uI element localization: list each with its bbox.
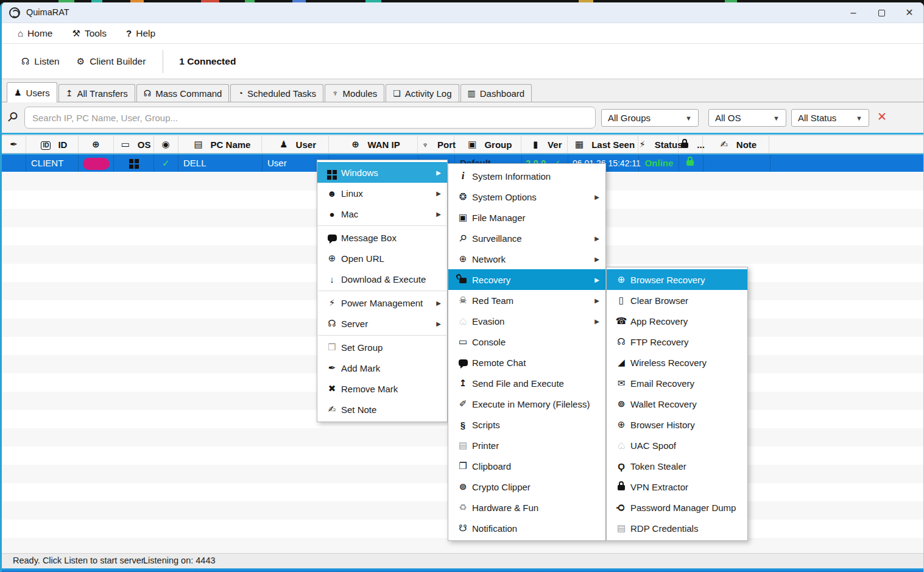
satellite-icon: ☊ bbox=[323, 318, 341, 329]
menu-item-mac[interactable]: ●Mac▶ bbox=[317, 203, 447, 224]
menu-item-open-url[interactable]: ⊕Open URL bbox=[317, 248, 447, 269]
menu-bar: ⌂Home⚒Tools?Help bbox=[2, 23, 923, 44]
close-button[interactable]: ✕ bbox=[895, 2, 923, 23]
search-band: ⚲ ✕ All Groups▼All OS▼All Status▼ bbox=[2, 102, 923, 133]
column-header-id[interactable]: IDID bbox=[26, 136, 79, 153]
search-input[interactable] bbox=[24, 107, 596, 129]
column-header-wan_ip[interactable]: ⊕WAN IP bbox=[329, 136, 418, 153]
menu-item-remove-mark[interactable]: ✖Remove Mark bbox=[317, 378, 447, 399]
tab-all-transfers[interactable]: ↥All Transfers bbox=[58, 84, 135, 102]
column-header-pc_name[interactable]: ▤PC Name bbox=[178, 136, 263, 153]
filter-all-status[interactable]: All Status▼ bbox=[791, 109, 869, 127]
clear-filters-icon[interactable]: ✕ bbox=[877, 110, 887, 124]
menu-item-uac-spoof[interactable]: ♡UAC Spoof bbox=[607, 435, 747, 456]
scroll-icon: § bbox=[454, 420, 472, 430]
column-header-lock[interactable]: ... bbox=[679, 136, 703, 153]
menu-item-printer[interactable]: ▤Printer bbox=[448, 435, 605, 456]
toolbar-listen[interactable]: ☊Listen bbox=[13, 51, 68, 72]
filter-all-os[interactable]: All OS▼ bbox=[708, 109, 786, 127]
satellite-icon: ☊ bbox=[612, 336, 630, 347]
menu-item-server[interactable]: ☊Server▶ bbox=[317, 313, 447, 334]
submenu-arrow-icon: ▶ bbox=[594, 235, 599, 242]
clipboard-icon: ❏ bbox=[393, 88, 401, 98]
menu-item-email-recovery[interactable]: ✉Email Recovery bbox=[607, 373, 747, 394]
menu-item-execute-in-memory-fileless[interactable]: ✐Execute in Memory (Fileless) bbox=[448, 394, 605, 414]
column-label: Group bbox=[484, 139, 512, 150]
tab-modules[interactable]: ♆Modules bbox=[325, 84, 384, 102]
menu-item-recovery[interactable]: Recovery▶ bbox=[448, 269, 605, 290]
menu-item-linux[interactable]: ☻Linux▶ bbox=[317, 183, 447, 203]
column-header-country[interactable]: ⊕ bbox=[79, 136, 114, 153]
menu-item-password-manager-dump[interactable]: ϘPassword Manager Dump bbox=[607, 497, 747, 518]
menu-item-evasion[interactable]: ♡Evasion▶ bbox=[448, 311, 605, 331]
empty-window-icon: ▯ bbox=[612, 295, 630, 306]
menu-tools[interactable]: ⚒Tools bbox=[65, 26, 114, 41]
menu-item-set-note[interactable]: ✍Set Note bbox=[317, 399, 447, 420]
column-header-pin[interactable]: ✒ bbox=[2, 136, 26, 153]
menu-item-add-mark[interactable]: ✒Add Mark bbox=[317, 358, 447, 378]
column-header-screen[interactable]: ◉ bbox=[154, 136, 178, 153]
menu-item-surveillance[interactable]: ⚲Surveillance▶ bbox=[448, 228, 605, 249]
menu-item-console[interactable]: ▭Console bbox=[448, 331, 605, 352]
menu-item-wireless-recovery[interactable]: ◢Wireless Recovery bbox=[607, 352, 747, 373]
console-icon: ▭ bbox=[454, 336, 472, 347]
menu-item-app-recovery[interactable]: ☎App Recovery bbox=[607, 311, 747, 331]
tab-users[interactable]: ♟Users bbox=[7, 82, 57, 102]
context-menu: Windows▶☻Linux▶●Mac▶Message Box⊕Open URL… bbox=[317, 160, 448, 422]
column-header-last_seen[interactable]: ▦Last Seen bbox=[568, 136, 638, 153]
menu-item-set-group[interactable]: ❒Set Group bbox=[317, 337, 447, 358]
column-header-port[interactable]: ♆Port bbox=[418, 136, 454, 153]
menu-item-hardware-fun[interactable]: ♻Hardware & Fun bbox=[448, 497, 605, 518]
menu-item-remote-chat[interactable]: Remote Chat bbox=[448, 352, 605, 373]
menu-item-clear-browser[interactable]: ▯Clear Browser bbox=[607, 290, 747, 311]
title-bar[interactable]: QuimaRAT – ✕ bbox=[2, 2, 923, 23]
maximize-button[interactable] bbox=[867, 2, 895, 23]
column-header-status[interactable]: ⚡Status bbox=[638, 136, 679, 153]
toolbar-client-builder[interactable]: ⚙Client Builder bbox=[68, 51, 155, 72]
menu-item-vpn-extractor[interactable]: VPN Extractor bbox=[607, 476, 747, 497]
column-header-user[interactable]: ♟User bbox=[262, 136, 329, 153]
menu-item-system-options[interactable]: ❂System Options▶ bbox=[448, 186, 605, 207]
menu-item-power-management[interactable]: ⚡Power Management▶ bbox=[317, 292, 447, 313]
user-icon: ♟ bbox=[14, 88, 22, 97]
column-header-group[interactable]: ▣Group bbox=[454, 136, 521, 153]
tab-dashboard[interactable]: ▥Dashboard bbox=[460, 84, 532, 102]
minimize-button[interactable]: – bbox=[839, 2, 867, 23]
tab-scheduled-tasks[interactable]: ◔Scheduled Tasks bbox=[230, 84, 323, 102]
menu-item-send-file-and-execute[interactable]: ↥Send File and Execute bbox=[448, 373, 605, 394]
menu-home[interactable]: ⌂Home bbox=[10, 26, 60, 41]
menu-item-download-execute[interactable]: ↓Download & Execute bbox=[317, 269, 447, 289]
menu-item-notification[interactable]: ☋Notification bbox=[448, 518, 605, 538]
globe-icon: ⊕ bbox=[86, 139, 105, 150]
menu-item-label: Wallet Recovery bbox=[630, 399, 741, 409]
menu-item-windows[interactable]: Windows▶ bbox=[317, 162, 447, 183]
toolbar-label: Listen bbox=[34, 56, 59, 67]
menu-item-wallet-recovery[interactable]: ⊚Wallet Recovery bbox=[607, 394, 747, 414]
menu-item-system-information[interactable]: iSystem Information bbox=[448, 166, 605, 186]
status-listening-text: Listening on: 4443 bbox=[143, 556, 216, 565]
menu-item-clipboard[interactable]: ❐Clipboard bbox=[448, 456, 605, 476]
menu-item-red-team[interactable]: ☠Red Team▶ bbox=[448, 290, 605, 311]
menu-help[interactable]: ?Help bbox=[119, 26, 163, 41]
tab-label: Activity Log bbox=[405, 88, 452, 99]
tab-mass-command[interactable]: ☊Mass Command bbox=[136, 84, 230, 102]
globe-icon: ⊕ bbox=[612, 419, 630, 430]
menu-item-label: Browser Recovery bbox=[630, 275, 741, 285]
menu-item-file-manager[interactable]: ▣File Manager bbox=[448, 207, 605, 228]
menu-item-message-box[interactable]: Message Box bbox=[317, 227, 447, 248]
column-header-ver[interactable]: ▮Ver bbox=[521, 136, 568, 153]
column-header-note[interactable]: ✍Note bbox=[703, 136, 770, 153]
menu-item-scripts[interactable]: §Scripts bbox=[448, 414, 605, 435]
filter-all-groups[interactable]: All Groups▼ bbox=[601, 109, 699, 127]
menu-item-rdp-credentials[interactable]: ▤RDP Credentials bbox=[607, 518, 747, 538]
menu-item-network[interactable]: ⊕Network▶ bbox=[448, 249, 605, 269]
menu-item-token-stealer[interactable]: ϘToken Stealer bbox=[607, 456, 747, 476]
menu-item-browser-recovery[interactable]: ⊕Browser Recovery bbox=[607, 269, 747, 290]
menu-item-browser-history[interactable]: ⊕Browser History bbox=[607, 414, 747, 435]
menu-item-crypto-clipper[interactable]: ⊚Crypto Clipper bbox=[448, 476, 605, 497]
tab-activity-log[interactable]: ❏Activity Log bbox=[386, 84, 459, 102]
menu-item-ftp-recovery[interactable]: ☊FTP Recovery bbox=[607, 331, 747, 352]
column-header-os[interactable]: ▭OS bbox=[114, 136, 154, 153]
column-header-filler[interactable] bbox=[769, 136, 924, 153]
menu-item-label: Server bbox=[341, 319, 432, 329]
